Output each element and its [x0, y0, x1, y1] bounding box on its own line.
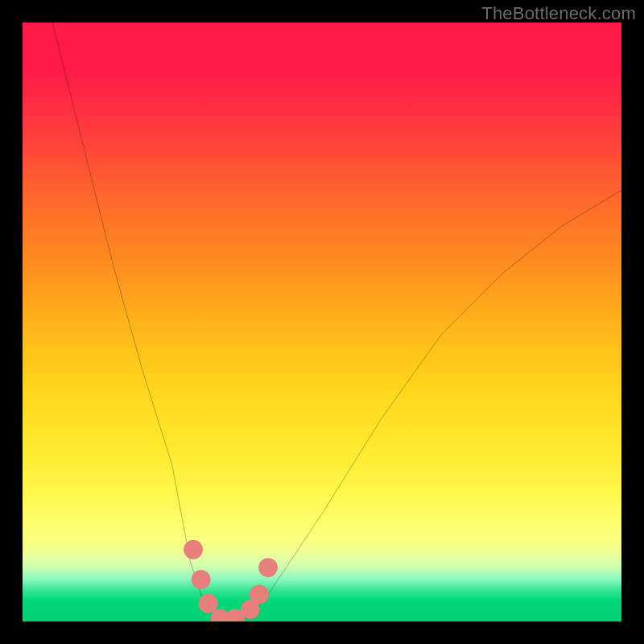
outer-frame: TheBottleneck.com [0, 0, 644, 644]
marker-right-3 [258, 558, 278, 577]
marker-left-3 [199, 594, 218, 613]
chart-area [23, 23, 621, 621]
watermark-text: TheBottleneck.com [481, 3, 636, 24]
marker-left-2 [192, 570, 211, 589]
curve-markers [184, 540, 278, 621]
curve-svg [23, 23, 621, 621]
bottleneck-curve [52, 23, 621, 621]
marker-left-1 [184, 540, 203, 559]
marker-right-2 [250, 585, 269, 605]
